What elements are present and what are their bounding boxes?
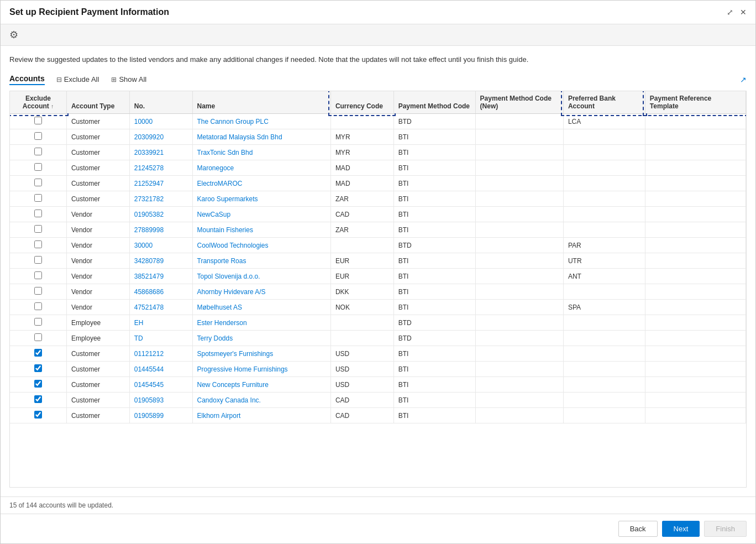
name-cell-link[interactable]: NewCaSup — [197, 211, 231, 218]
no-cell[interactable]: TD — [129, 331, 192, 346]
no-cell[interactable]: 01445544 — [129, 362, 192, 377]
no-cell[interactable]: 01454545 — [129, 377, 192, 393]
no-cell-link[interactable]: 10000 — [134, 118, 153, 125]
name-cell[interactable]: Møbelhuset AS — [192, 300, 330, 315]
name-cell-link[interactable]: Terry Dodds — [197, 334, 233, 342]
no-cell[interactable]: 34280789 — [129, 253, 192, 269]
no-cell-link[interactable]: 21252947 — [134, 180, 164, 187]
name-cell-link[interactable]: CoolWood Technologies — [197, 242, 269, 249]
no-cell[interactable]: 27889998 — [129, 222, 192, 238]
expand-icon[interactable]: ⤢ — [727, 8, 733, 17]
exclude-checkbox[interactable] — [34, 271, 42, 279]
name-cell-link[interactable]: ElectroMAROC — [197, 180, 243, 187]
name-cell[interactable]: Metatorad Malaysia Sdn Bhd — [192, 129, 330, 145]
name-cell-link[interactable]: Transporte Roas — [197, 257, 246, 265]
no-cell[interactable]: 38521479 — [129, 269, 192, 284]
no-cell-link[interactable]: 20309920 — [134, 133, 164, 141]
name-cell-link[interactable]: Mountain Fisheries — [197, 226, 253, 234]
exclude-checkbox[interactable] — [34, 256, 42, 264]
exclude-checkbox[interactable] — [34, 302, 42, 310]
name-cell-link[interactable]: Ahornby Hvidevare A/S — [197, 288, 266, 296]
exclude-checkbox[interactable] — [34, 411, 42, 419]
no-cell[interactable]: 47521478 — [129, 300, 192, 315]
exclude-checkbox[interactable] — [34, 287, 42, 295]
export-icon[interactable]: ↗ — [740, 75, 747, 84]
name-cell[interactable]: Candoxy Canada Inc. — [192, 393, 330, 408]
no-cell-link[interactable]: 21245278 — [134, 164, 164, 172]
exclude-checkbox[interactable] — [34, 333, 42, 341]
name-cell-link[interactable]: New Concepts Furniture — [197, 381, 269, 389]
exclude-checkbox[interactable] — [34, 194, 42, 202]
exclude-checkbox[interactable] — [34, 163, 42, 171]
no-cell-link[interactable]: 47521478 — [134, 304, 164, 311]
no-cell[interactable]: 45868686 — [129, 284, 192, 300]
name-cell[interactable]: The Cannon Group PLC — [192, 114, 330, 129]
no-cell-link[interactable]: 20339921 — [134, 149, 164, 156]
name-cell-link[interactable]: Topol Slovenija d.o.o. — [197, 273, 260, 280]
no-cell[interactable]: 30000 — [129, 238, 192, 253]
no-cell-link[interactable]: 27889998 — [134, 226, 164, 234]
no-cell-link[interactable]: 34280789 — [134, 257, 164, 265]
show-all-button[interactable]: ⊞ Show All — [106, 72, 151, 86]
name-cell[interactable]: New Concepts Furniture — [192, 377, 330, 393]
no-cell[interactable]: 21252947 — [129, 176, 192, 191]
name-cell-link[interactable]: The Cannon Group PLC — [197, 118, 269, 125]
no-cell-link[interactable]: 45868686 — [134, 288, 164, 296]
name-cell-link[interactable]: Progressive Home Furnishings — [197, 365, 288, 373]
exclude-all-button[interactable]: ⊟ Exclude All — [51, 72, 104, 86]
next-button[interactable]: Next — [662, 521, 700, 537]
no-cell[interactable]: 20309920 — [129, 129, 192, 145]
name-cell[interactable]: Ester Henderson — [192, 315, 330, 331]
exclude-checkbox[interactable] — [34, 132, 42, 140]
no-cell[interactable]: EH — [129, 315, 192, 331]
no-cell-link[interactable]: 01454545 — [134, 381, 164, 389]
name-cell-link[interactable]: Spotsmeyer's Furnishings — [197, 350, 274, 358]
close-icon[interactable]: ✕ — [740, 8, 747, 17]
name-cell-link[interactable]: Candoxy Canada Inc. — [197, 396, 261, 404]
exclude-checkbox[interactable] — [34, 117, 42, 124]
no-cell[interactable]: 01121212 — [129, 346, 192, 362]
no-cell-link[interactable]: 01905899 — [134, 412, 164, 420]
no-cell-link[interactable]: 01905893 — [134, 396, 164, 404]
name-cell-link[interactable]: Maronegoce — [197, 164, 234, 172]
exclude-checkbox[interactable] — [34, 380, 42, 388]
name-cell[interactable]: Mountain Fisheries — [192, 222, 330, 238]
no-cell-link[interactable]: 27321782 — [134, 195, 164, 203]
name-cell[interactable]: CoolWood Technologies — [192, 238, 330, 253]
name-cell[interactable]: Terry Dodds — [192, 331, 330, 346]
name-cell[interactable]: Transporte Roas — [192, 253, 330, 269]
no-cell-link[interactable]: 30000 — [134, 242, 153, 249]
name-cell[interactable]: ElectroMAROC — [192, 176, 330, 191]
no-cell[interactable]: 27321782 — [129, 191, 192, 207]
name-cell[interactable]: Spotsmeyer's Furnishings — [192, 346, 330, 362]
name-cell[interactable]: TraxTonic Sdn Bhd — [192, 145, 330, 160]
name-cell[interactable]: Elkhorn Airport — [192, 408, 330, 423]
exclude-checkbox[interactable] — [34, 395, 42, 403]
name-cell[interactable]: Progressive Home Furnishings — [192, 362, 330, 377]
no-cell-link[interactable]: TD — [134, 334, 143, 342]
no-cell[interactable]: 20339921 — [129, 145, 192, 160]
name-cell[interactable]: Ahornby Hvidevare A/S — [192, 284, 330, 300]
no-cell[interactable]: 01905382 — [129, 207, 192, 222]
gear-icon[interactable]: ⚙ — [9, 29, 18, 41]
no-cell-link[interactable]: EH — [134, 319, 144, 327]
no-cell-link[interactable]: 38521479 — [134, 273, 164, 280]
no-cell-link[interactable]: 01121212 — [134, 350, 164, 358]
exclude-checkbox[interactable] — [34, 148, 42, 155]
name-cell-link[interactable]: Metatorad Malaysia Sdn Bhd — [197, 133, 282, 141]
no-cell-link[interactable]: 01445544 — [134, 365, 164, 373]
name-cell[interactable]: Maronegoce — [192, 160, 330, 176]
exclude-checkbox[interactable] — [34, 179, 42, 186]
name-cell-link[interactable]: Karoo Supermarkets — [197, 195, 258, 203]
no-cell[interactable]: 01905899 — [129, 408, 192, 423]
name-cell[interactable]: NewCaSup — [192, 207, 330, 222]
exclude-checkbox[interactable] — [34, 240, 42, 248]
no-cell[interactable]: 01905893 — [129, 393, 192, 408]
exclude-checkbox[interactable] — [34, 364, 42, 372]
name-cell[interactable]: Karoo Supermarkets — [192, 191, 330, 207]
name-cell-link[interactable]: Møbelhuset AS — [197, 304, 242, 311]
no-cell[interactable]: 21245278 — [129, 160, 192, 176]
name-cell[interactable]: Topol Slovenija d.o.o. — [192, 269, 330, 284]
back-button[interactable]: Back — [618, 521, 658, 537]
exclude-checkbox[interactable] — [34, 210, 42, 217]
